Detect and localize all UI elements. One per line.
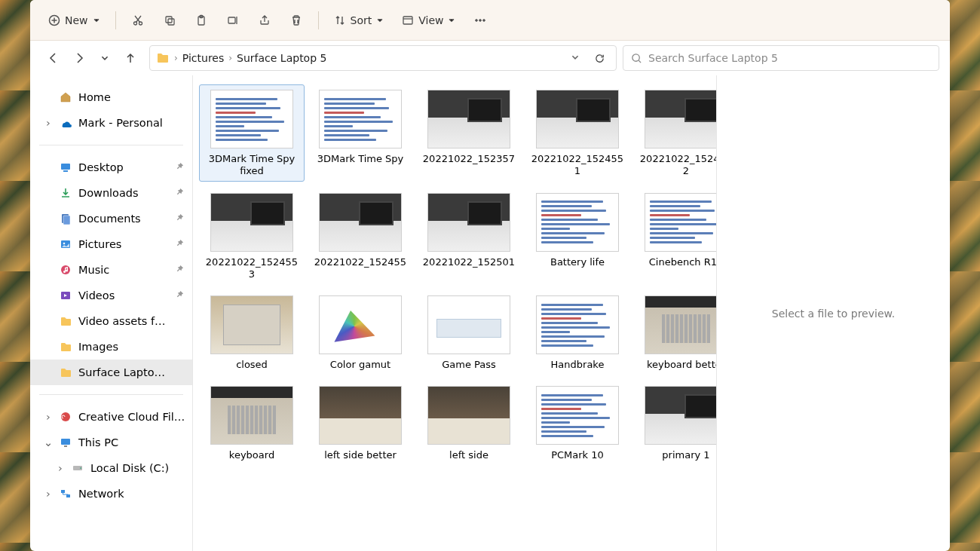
file-item[interactable]: 20221022_152455 3 [199,188,305,285]
refresh-button[interactable] [589,47,610,69]
expand-icon[interactable]: › [44,411,53,423]
file-thumbnail [645,386,716,445]
chevron-down-icon [448,17,455,24]
file-item[interactable]: closed [199,290,305,375]
copy-button[interactable] [155,8,184,33]
file-item[interactable]: Handbrake [525,290,630,375]
view-button[interactable]: View [394,8,463,33]
preview-pane: Select a file to preview. [716,75,950,551]
delete-button[interactable] [282,8,311,33]
sidebar-item-local-disk-c-[interactable]: ›Local Disk (C:) [30,455,192,481]
sidebar-item-label: Desktop [78,161,170,173]
paste-button[interactable] [187,8,216,33]
rename-button[interactable] [219,8,247,33]
sidebar-item-this-pc[interactable]: ⌄This PC [30,430,192,455]
file-item[interactable]: 20221022_152501 [416,188,522,285]
file-name-label: keyboard [229,449,274,461]
sidebar-home[interactable]: Home [30,84,192,110]
svg-rect-16 [63,216,70,225]
pin-icon [176,162,186,173]
sidebar-item-label: Pictures [78,238,170,250]
sidebar-item-images[interactable]: Images [30,334,192,360]
file-thumbnail [536,295,619,354]
svg-point-25 [80,467,81,469]
search-box[interactable] [623,45,939,71]
delete-icon [290,14,302,26]
file-item[interactable]: PCMark 10 [525,381,630,465]
share-button[interactable] [250,8,279,33]
breadcrumb-dropdown[interactable] [571,52,580,64]
sidebar-item-label: Video assets for Cl [78,315,170,327]
file-item[interactable]: 3DMark Time Spy fixed [199,84,305,182]
file-name-label: Game Pass [442,359,496,371]
sidebar-item-surface-laptop-5[interactable]: Surface Laptop 5 [30,360,192,385]
pin-icon [176,290,186,301]
file-name-label: 20221022_152357 [423,153,515,165]
sidebar-item-pictures[interactable]: Pictures [30,231,192,257]
chevron-down-icon [100,54,109,63]
breadcrumb-pictures[interactable]: Pictures [182,52,224,64]
file-item[interactable]: 3DMark Time Spy [308,84,413,182]
file-item[interactable]: Cinebench R15 [633,188,716,285]
file-thumbnail [319,295,402,354]
separator [39,394,183,395]
file-thumbnail [210,193,293,252]
expand-icon[interactable]: › [44,488,53,500]
folder-icon [59,340,72,354]
cut-button[interactable] [124,8,152,33]
body: Home › Mark - Personal DesktopDownloadsD… [30,75,950,551]
file-name-label: Handbrake [551,359,605,371]
svg-rect-4 [168,19,174,25]
file-item[interactable]: keyboard better [633,290,716,375]
refresh-icon [594,53,605,64]
chevron-down-icon [93,17,100,24]
forward-button[interactable] [66,45,92,71]
breadcrumb-bar[interactable]: › Pictures › Surface Laptop 5 [149,45,617,71]
svg-rect-13 [61,164,70,170]
sidebar-item-documents[interactable]: Documents [30,206,192,231]
file-item[interactable]: 20221022_152455 2 [633,84,716,182]
file-item[interactable]: keyboard [199,381,305,465]
file-item[interactable]: 20221022_152455 [308,188,413,285]
expand-icon[interactable]: ⌄ [44,436,53,448]
back-button[interactable] [41,45,66,71]
file-item[interactable]: 20221022_152455 1 [525,84,630,182]
file-name-label: 3DMark Time Spy [317,153,404,165]
separator [318,11,319,29]
file-item[interactable]: Game Pass [416,290,522,375]
file-name-label: 3DMark Time Spy fixed [204,153,300,178]
pin-icon [176,213,186,224]
sidebar-item-downloads[interactable]: Downloads [30,180,192,206]
file-item[interactable]: Color gamut [308,290,413,375]
file-thumbnail [427,295,510,354]
sort-button[interactable]: Sort [326,8,392,33]
sidebar-item-desktop[interactable]: Desktop [30,155,192,180]
breadcrumb-current[interactable]: Surface Laptop 5 [237,52,326,64]
view-icon [402,14,414,26]
sidebar-item-label: Documents [78,213,170,225]
sidebar-item-label: Downloads [78,187,170,199]
sidebar-item-creative-cloud-files[interactable]: ›Creative Cloud Files [30,404,192,430]
up-button[interactable] [118,45,143,71]
sidebar-item-videos[interactable]: Videos [30,283,192,308]
svg-rect-14 [63,170,68,172]
sidebar-item-music[interactable]: Music [30,257,192,283]
new-button[interactable]: New [41,8,108,33]
file-grid-scroll[interactable]: 3DMark Time Spy fixed3DMark Time Spy2022… [193,75,716,551]
more-button[interactable] [466,8,495,33]
sidebar-item-video-assets-for-cl[interactable]: Video assets for Cl [30,308,192,334]
file-item[interactable]: primary 1 [633,381,716,465]
search-input[interactable] [648,52,931,64]
sidebar-item-network[interactable]: ›Network [30,481,192,507]
expand-icon[interactable]: › [44,117,53,129]
navbar: › Pictures › Surface Laptop 5 [30,41,950,75]
file-item[interactable]: left side [416,381,522,465]
breadcrumb-chevron-icon: › [174,53,178,63]
sidebar-personal[interactable]: › Mark - Personal [30,110,192,136]
recent-button[interactable] [92,45,118,71]
file-name-label: 20221022_152501 [423,256,515,268]
file-item[interactable]: 20221022_152357 [416,84,522,182]
expand-icon[interactable]: › [56,462,65,474]
file-item[interactable]: left side better [308,381,413,465]
file-item[interactable]: Battery life [525,188,630,285]
